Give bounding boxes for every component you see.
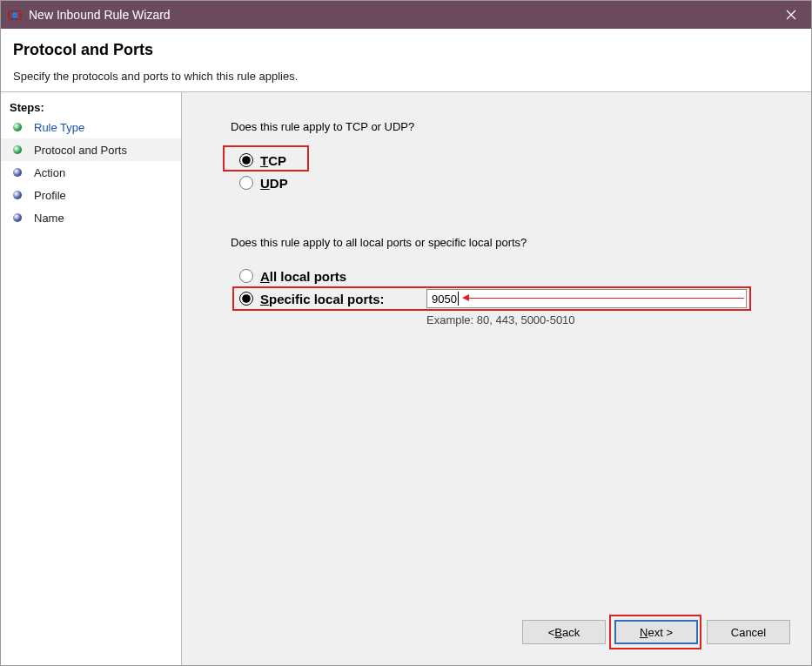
step-item-action: Action	[1, 161, 181, 184]
all-ports-radio-item[interactable]: All local ports	[231, 265, 787, 287]
ports-question: Does this rule apply to all local ports …	[231, 236, 787, 249]
tcp-label: TCP	[260, 153, 286, 168]
steps-sidebar: Steps: Rule TypeProtocol and PortsAction…	[1, 92, 182, 665]
step-item-profile: Profile	[1, 184, 181, 206]
protocol-question: Does this rule apply to TCP or UDP?	[231, 120, 787, 133]
step-bullet-icon	[13, 213, 22, 222]
all-ports-label: All local ports	[260, 269, 346, 284]
wizard-content: Does this rule apply to TCP or UDP? TCP …	[182, 92, 811, 665]
specific-ports-label: Specific local ports:	[260, 292, 385, 306]
step-label: Name	[34, 212, 64, 225]
tcp-radio-item[interactable]: TCP	[239, 149, 787, 172]
tcp-radio[interactable]	[239, 153, 253, 167]
titlebar: New Inbound Rule Wizard	[1, 1, 811, 29]
wizard-header: Protocol and Ports Specify the protocols…	[1, 29, 811, 92]
window-title: New Inbound Rule Wizard	[29, 8, 771, 22]
udp-radio[interactable]	[239, 176, 253, 190]
step-item-protocol-and-ports: Protocol and Ports	[1, 138, 181, 161]
wizard-body: Steps: Rule TypeProtocol and PortsAction…	[1, 92, 811, 665]
close-button[interactable]	[771, 1, 811, 29]
page-title: Protocol and Ports	[13, 41, 799, 59]
step-bullet-icon	[13, 168, 22, 177]
ports-radio-group: All local ports Specific local ports: Ex…	[231, 265, 787, 326]
specific-ports-radio[interactable]	[239, 292, 253, 306]
step-label: Rule Type	[34, 121, 84, 134]
cancel-button[interactable]: Cancel	[707, 620, 790, 644]
next-button[interactable]: Next >	[614, 620, 698, 644]
protocol-radio-group: TCP UDP	[231, 149, 787, 194]
steps-heading: Steps:	[1, 98, 181, 116]
wizard-buttons: < Back Next > Cancel	[522, 620, 790, 644]
udp-label: UDP	[260, 176, 288, 191]
specific-ports-radio-item[interactable]: Specific local ports:	[239, 287, 426, 310]
page-subtitle: Specify the protocols and ports to which…	[13, 70, 799, 83]
text-caret	[458, 292, 459, 306]
step-item-rule-type[interactable]: Rule Type	[1, 116, 181, 138]
all-ports-radio[interactable]	[239, 269, 253, 283]
step-label: Profile	[34, 189, 66, 202]
specific-ports-row: Specific local ports:	[231, 287, 787, 310]
step-bullet-icon	[13, 145, 22, 154]
ports-example: Example: 80, 443, 5000-5010	[426, 310, 787, 326]
udp-radio-item[interactable]: UDP	[239, 172, 787, 194]
step-item-name: Name	[1, 206, 181, 229]
wizard-dialog: New Inbound Rule Wizard Protocol and Por…	[0, 0, 812, 666]
firewall-icon	[8, 8, 22, 22]
back-button[interactable]: < Back	[522, 620, 606, 644]
port-input[interactable]	[426, 289, 747, 308]
step-bullet-icon	[13, 191, 22, 199]
step-label: Action	[34, 166, 65, 179]
step-label: Protocol and Ports	[34, 144, 127, 157]
step-bullet-icon	[13, 123, 22, 131]
